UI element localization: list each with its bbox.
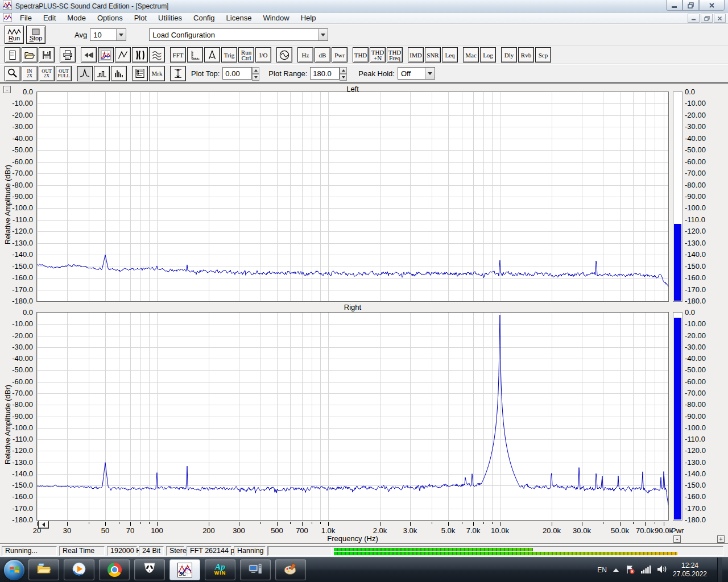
menu-utilities[interactable]: Utilities xyxy=(152,13,188,23)
zoom-in-2x-button[interactable]: IN2X xyxy=(22,66,38,81)
peak-hold-combobox[interactable]: Off xyxy=(398,67,435,80)
surface-view-icon[interactable] xyxy=(149,47,165,63)
menu-license[interactable]: License xyxy=(221,13,258,23)
scaling-icon[interactable] xyxy=(187,47,203,63)
zoom-out-full-button[interactable]: OUTFULL xyxy=(56,66,72,81)
plot-top-spinner[interactable] xyxy=(252,67,259,80)
restore-button[interactable] xyxy=(682,0,699,11)
taskbar-app-apwin[interactable]: ApWIN xyxy=(205,559,235,580)
plot-range-spinner[interactable] xyxy=(340,67,347,80)
toolbar-group: Mrk xyxy=(132,66,165,81)
db-button[interactable]: dB xyxy=(315,47,330,63)
delay-button[interactable]: Dly xyxy=(501,47,517,63)
avg-combobox[interactable]: 10 xyxy=(90,28,126,41)
io-button[interactable]: I/O xyxy=(255,47,271,63)
reverb-button[interactable]: Rvb xyxy=(518,47,534,63)
taskbar-app-windows-explorer[interactable] xyxy=(28,559,59,580)
step-plot-icon[interactable] xyxy=(94,66,110,81)
load-configuration-combobox[interactable]: Load Configuration xyxy=(149,28,328,41)
menu-mode[interactable]: Mode xyxy=(61,13,92,23)
open-file-icon[interactable] xyxy=(22,47,38,63)
pwr-collapse-button[interactable]: - xyxy=(673,535,681,543)
line-plot-icon[interactable] xyxy=(77,66,93,81)
calibration-icon[interactable] xyxy=(204,47,220,63)
taskbar-app-foobar2000[interactable] xyxy=(134,559,165,580)
close-button[interactable] xyxy=(699,0,725,11)
titlebar[interactable]: SC SpectraPLUS-SC Sound Card Edition - [… xyxy=(0,0,728,13)
legend-icon[interactable] xyxy=(132,66,148,81)
spectrum-child-icon[interactable] xyxy=(3,13,12,23)
right-y-tick-label: -50.00 xyxy=(2,365,33,374)
language-indicator[interactable]: EN xyxy=(597,566,607,574)
stop-button[interactable]: Stop xyxy=(26,26,46,44)
zoom-icon[interactable] xyxy=(5,66,20,81)
minimize-button[interactable] xyxy=(666,0,682,11)
plot-range-input[interactable] xyxy=(310,67,340,80)
toolbar-group xyxy=(77,66,127,81)
thd-freq-button[interactable]: THDFreq xyxy=(387,47,403,63)
taskbar-app-paint[interactable] xyxy=(275,559,306,580)
clock[interactable]: 12:2427.05.2022 xyxy=(673,562,707,579)
taskbar-app-chrome[interactable] xyxy=(99,559,130,580)
imd-button[interactable]: IMD xyxy=(408,47,424,63)
spectrogram-view-icon[interactable] xyxy=(132,47,148,63)
zoom-out-2x-button[interactable]: OUT2X xyxy=(39,66,55,81)
signal-generator-icon[interactable] xyxy=(276,47,292,63)
thd-n-button[interactable]: THD+N xyxy=(370,47,386,63)
taskbar-app-windows-media-player[interactable] xyxy=(64,559,94,580)
time-series-icon[interactable] xyxy=(81,47,97,63)
trigger-button[interactable]: Trig xyxy=(221,47,237,63)
print-icon[interactable] xyxy=(60,47,76,63)
mdi-restore-button[interactable] xyxy=(701,14,713,23)
action-center-icon[interactable] xyxy=(625,564,635,576)
mdi-close-button[interactable] xyxy=(714,14,726,23)
x-axis-label: Frequency (Hz) xyxy=(37,534,668,543)
spectrum-view-icon[interactable] xyxy=(98,47,114,63)
tray-time: 12:24 xyxy=(673,562,707,570)
menu-window[interactable]: Window xyxy=(257,13,295,23)
show-hidden-icons-button[interactable] xyxy=(613,566,619,575)
menu-file[interactable]: File xyxy=(14,13,38,23)
leq-button[interactable]: Leq xyxy=(442,47,458,63)
chevron-down-icon[interactable] xyxy=(116,29,126,40)
thd-button[interactable]: THD xyxy=(353,47,369,63)
taskbar-app-device-manager[interactable] xyxy=(240,559,271,580)
run-button[interactable]: Run xyxy=(5,26,24,44)
menu-options[interactable]: Options xyxy=(92,13,129,23)
new-file-icon[interactable] xyxy=(5,47,20,63)
vertical-range-icon[interactable] xyxy=(170,66,186,81)
macro-button[interactable]: Mac xyxy=(463,47,479,63)
hz-button[interactable]: Hz xyxy=(297,47,313,63)
bar-plot-icon[interactable] xyxy=(111,66,127,81)
left-y-tick-label: -30.00 xyxy=(2,122,33,131)
pane-expand-button[interactable]: + xyxy=(717,535,725,543)
menu-edit[interactable]: Edit xyxy=(38,13,61,23)
snr-button[interactable]: SNR xyxy=(425,47,441,63)
menu-plot[interactable]: Plot xyxy=(129,13,152,23)
spectraplus-icon: SC xyxy=(177,563,192,577)
left-y-tick-label-right: -120.0 xyxy=(685,227,725,235)
network-signal-icon[interactable] xyxy=(641,566,651,575)
chevron-down-icon[interactable] xyxy=(425,68,435,79)
menu-config[interactable]: Config xyxy=(188,13,221,23)
taskbar-app-spectraplus[interactable]: SC xyxy=(169,559,200,580)
plot-top-input[interactable] xyxy=(222,67,252,80)
start-button[interactable] xyxy=(2,559,26,581)
chevron-down-icon[interactable] xyxy=(318,29,328,40)
phase-view-icon[interactable] xyxy=(115,47,131,63)
toolbar-group: FFTTrigRunCtrlI/O xyxy=(170,47,271,63)
run-control-button[interactable]: RunCtrl xyxy=(238,47,254,63)
mdi-minimize-button[interactable] xyxy=(688,14,700,23)
save-icon[interactable] xyxy=(39,47,55,63)
menu-help[interactable]: Help xyxy=(295,13,322,23)
right-plot-area[interactable] xyxy=(36,312,669,521)
fft-settings-button[interactable]: FFT xyxy=(170,47,186,63)
power-button[interactable]: Pwr xyxy=(332,47,348,63)
log-button[interactable]: Log xyxy=(480,47,496,63)
show-desktop-button[interactable] xyxy=(717,558,722,582)
right-y-tick-label: -100.0 xyxy=(2,423,33,432)
scope-button[interactable]: Scp xyxy=(535,47,551,63)
marker-button[interactable]: Mrk xyxy=(149,66,165,81)
left-plot-area[interactable] xyxy=(36,92,669,302)
volume-icon[interactable] xyxy=(657,565,667,575)
